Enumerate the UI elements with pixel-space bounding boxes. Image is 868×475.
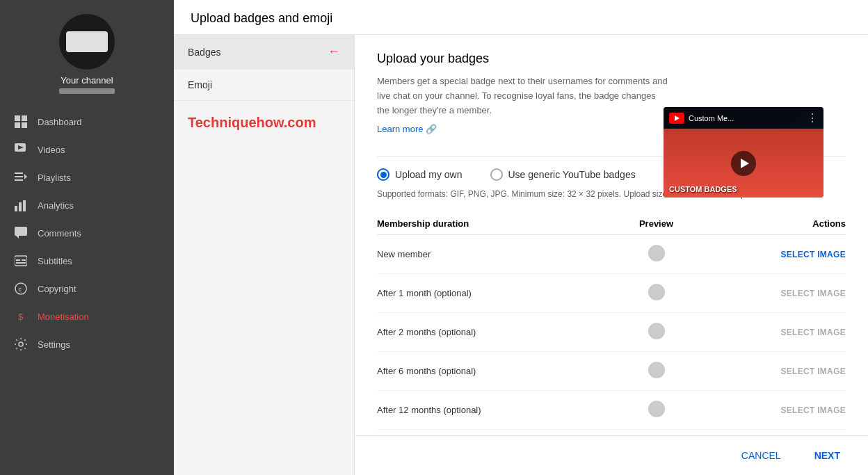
svg-marker-14 [16, 236, 19, 239]
action-cell[interactable]: SELECT IMAGE [696, 235, 846, 274]
preview-circle [648, 245, 665, 261]
dialog-body: Badges ← Emoji Techniquehow.com Upload y… [174, 35, 868, 475]
duration-cell: After 1 month (optional) [377, 274, 617, 313]
svg-marker-9 [24, 174, 27, 179]
subtitles-icon [14, 254, 28, 268]
svg-rect-1 [22, 115, 27, 121]
left-panel: Badges ← Emoji Techniquehow.com [174, 35, 355, 475]
table-row: After 12 months (optional) SELECT IMAGE [377, 391, 846, 430]
sidebar-item-monetisation[interactable]: $ Monetisation [0, 303, 174, 330]
cancel-button[interactable]: CANCEL [730, 444, 792, 467]
learn-more-text: Learn more [377, 124, 423, 134]
select-image-button[interactable]: SELECT IMAGE [780, 250, 846, 259]
preview-cell [617, 313, 696, 352]
duration-cell: After 12 months (optional) [377, 391, 617, 430]
svg-point-22 [19, 342, 23, 346]
play-button[interactable] [731, 151, 756, 176]
sidebar-item-label-comments: Comments [38, 228, 81, 239]
radio-label-upload-own: Upload my own [395, 169, 463, 180]
preview-cell [617, 352, 696, 391]
sidebar-item-label-subtitles: Subtitles [38, 256, 72, 266]
play-icon [14, 143, 28, 156]
action-cell: SELECT IMAGE [696, 274, 846, 313]
copyright-icon: c [14, 282, 28, 296]
select-image-button: SELECT IMAGE [780, 367, 846, 376]
radio-outer-generic [490, 168, 503, 181]
preview-cell [617, 235, 696, 274]
sidebar-item-copyright[interactable]: c Copyright [0, 275, 174, 303]
select-image-button: SELECT IMAGE [780, 289, 846, 298]
video-thumbnail-container: Custom Me... ⋮ CUSTOM BADGES [686, 51, 846, 142]
col-header-actions: Actions [696, 213, 846, 235]
table-row: After 6 months (optional) SELECT IMAGE [377, 352, 846, 391]
duration-cell: After 2 months (optional) [377, 313, 617, 352]
message-icon [14, 226, 28, 240]
video-title: Custom Me... [689, 114, 734, 122]
svg-text:$: $ [18, 312, 24, 322]
svg-rect-8 [15, 179, 23, 181]
duration-cell: After 6 months (optional) [377, 352, 617, 391]
col-header-duration: Membership duration [377, 213, 617, 235]
select-image-button: SELECT IMAGE [780, 328, 846, 337]
badges-label: Badges [188, 47, 220, 58]
radio-inner-upload-own [380, 172, 387, 178]
section-with-video: Upload your badges Members get a special… [377, 51, 846, 145]
badges-arrow: ← [328, 45, 340, 59]
svg-rect-17 [22, 259, 26, 261]
bar-chart-icon [14, 198, 28, 212]
svg-rect-18 [16, 262, 26, 264]
yt-logo [669, 113, 684, 124]
left-panel-item-emoji[interactable]: Emoji [174, 70, 354, 101]
svg-rect-13 [15, 227, 27, 236]
section-left: Upload your badges Members get a special… [377, 51, 669, 145]
svg-rect-10 [15, 206, 17, 211]
radio-upload-own[interactable]: Upload my own [377, 168, 463, 181]
preview-circle [648, 401, 665, 417]
description-text: Members get a special badge next to thei… [377, 74, 669, 118]
left-panel-item-badges[interactable]: Badges ← [174, 35, 354, 70]
channel-name: Your channel [61, 75, 113, 86]
table-row: After 2 months (optional) SELECT IMAGE [377, 313, 846, 352]
preview-circle [648, 323, 665, 339]
radio-generic[interactable]: Use generic YouTube badges [490, 168, 636, 181]
dialog-title: Upload badges and emoji [191, 11, 332, 25]
select-image-button: SELECT IMAGE [780, 405, 846, 415]
table-row: After 1 month (optional) SELECT IMAGE [377, 274, 846, 313]
learn-more-link[interactable]: Learn more 🔗 [377, 124, 437, 134]
badges-table: Membership duration Preview Actions New … [377, 213, 846, 430]
svg-rect-7 [15, 176, 23, 177]
sidebar-item-playlists[interactable]: Playlists [0, 163, 174, 191]
svg-rect-6 [15, 172, 23, 174]
preview-cell [617, 274, 696, 313]
sidebar-item-analytics[interactable]: Analytics [0, 191, 174, 219]
gear-icon [14, 337, 28, 351]
video-top-bar: Custom Me... ⋮ [664, 107, 823, 129]
video-overlay-text: CUSTOM BADGES [669, 185, 737, 193]
channel-sub [59, 88, 115, 94]
sidebar-item-label-dashboard: Dashboard [38, 117, 82, 127]
radio-label-generic: Use generic YouTube badges [508, 169, 636, 180]
svg-text:c: c [19, 286, 22, 293]
svg-rect-2 [15, 122, 20, 128]
grid-icon [14, 115, 28, 129]
video-top-left: Custom Me... [669, 113, 734, 124]
svg-rect-3 [22, 122, 27, 128]
sidebar-item-label-settings: Settings [38, 339, 70, 350]
sidebar-nav: Dashboard Videos Playlists Analytics [0, 108, 174, 358]
sidebar-item-dashboard[interactable]: Dashboard [0, 108, 174, 136]
sidebar-item-videos[interactable]: Videos [0, 136, 174, 163]
radio-outer-upload-own [377, 168, 389, 181]
action-cell: SELECT IMAGE [696, 313, 846, 352]
duration-cell: New member [377, 235, 617, 274]
right-panel: Upload your badges Members get a special… [355, 35, 868, 435]
sidebar-item-settings[interactable]: Settings [0, 330, 174, 358]
sidebar-item-label-videos: Videos [38, 145, 65, 155]
emoji-label: Emoji [188, 79, 212, 90]
next-button[interactable]: NEXT [803, 444, 851, 467]
preview-circle [648, 284, 665, 300]
sidebar-item-comments[interactable]: Comments [0, 219, 174, 247]
sidebar-item-subtitles[interactable]: Subtitles [0, 247, 174, 275]
svg-rect-12 [23, 200, 26, 211]
dialog-footer: CANCEL NEXT [355, 435, 868, 475]
video-menu-icon[interactable]: ⋮ [807, 111, 818, 124]
